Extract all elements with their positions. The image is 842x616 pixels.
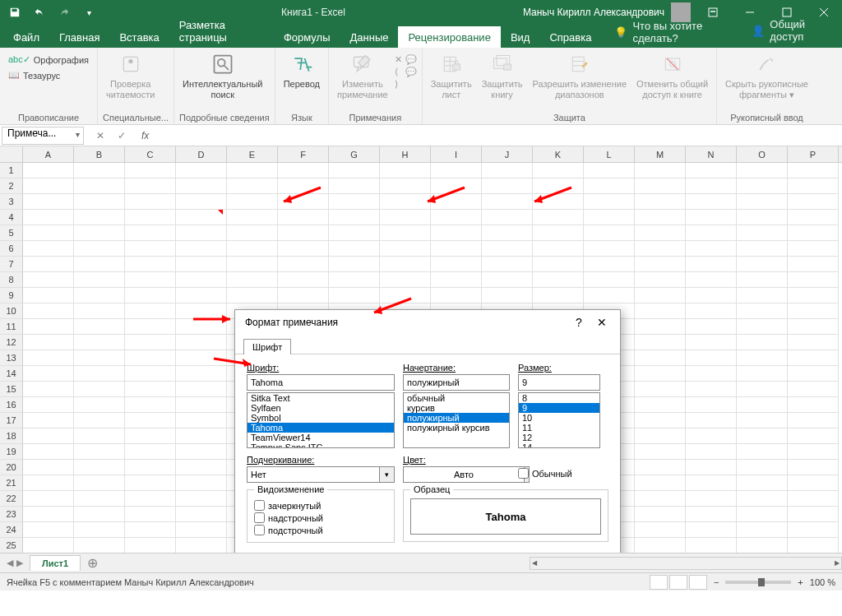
cell[interactable] [584,194,635,210]
list-item[interactable]: 14 [519,442,599,448]
cell[interactable] [737,522,788,538]
cell[interactable] [278,178,329,194]
cell[interactable] [74,444,125,460]
row-header[interactable]: 25 [0,538,23,553]
cell[interactable] [125,366,176,382]
list-item[interactable]: Tahoma [248,423,394,433]
row-header[interactable]: 6 [0,241,23,257]
formula-cancel[interactable]: ✕ [92,127,109,144]
cell[interactable] [635,538,686,553]
cell[interactable] [23,413,74,428]
cell[interactable] [635,288,686,303]
cell[interactable] [533,272,584,288]
cell[interactable] [788,475,839,491]
cell[interactable] [584,241,635,257]
tab-home[interactable]: Главная [49,26,109,48]
cell[interactable] [584,163,635,178]
cell[interactable] [431,257,482,272]
cell[interactable] [380,163,431,178]
cell[interactable] [635,460,686,475]
zoom-value[interactable]: 100 % [810,577,835,587]
row-header[interactable]: 17 [0,413,23,428]
select-all-corner[interactable] [0,146,23,162]
cell[interactable] [737,444,788,460]
list-item[interactable]: 10 [519,413,599,423]
cell[interactable] [329,272,380,288]
cell[interactable] [227,272,278,288]
cell[interactable] [176,413,227,428]
cell[interactable] [482,194,533,210]
cell[interactable] [176,257,227,272]
cell[interactable] [176,178,227,194]
cell[interactable] [635,225,686,241]
cell[interactable] [635,210,686,225]
cell[interactable] [737,475,788,491]
cell[interactable] [125,288,176,303]
cell[interactable] [227,257,278,272]
row-header[interactable]: 23 [0,507,23,522]
row-header[interactable]: 15 [0,382,23,397]
row-header[interactable]: 8 [0,272,23,288]
cell[interactable] [737,460,788,475]
subscript-checkbox[interactable]: подстрочный [254,525,387,535]
cell[interactable] [176,522,227,538]
tab-insert[interactable]: Вставка [109,26,169,48]
cell[interactable] [686,335,737,350]
cell[interactable] [686,288,737,303]
cell[interactable] [431,288,482,303]
cell[interactable] [176,491,227,507]
cell[interactable] [788,163,839,178]
cell[interactable] [482,241,533,257]
cell[interactable] [23,491,74,507]
row-header[interactable]: 10 [0,303,23,319]
cell[interactable] [788,210,839,225]
formula-bar[interactable] [154,127,842,144]
cell[interactable] [482,178,533,194]
cell[interactable] [635,163,686,178]
view-normal[interactable] [650,575,668,590]
cell[interactable] [74,522,125,538]
cell[interactable] [125,210,176,225]
cell[interactable] [635,397,686,413]
col-header[interactable]: K [533,146,584,162]
cell[interactable] [788,491,839,507]
cell[interactable] [23,428,74,444]
cell[interactable] [737,413,788,428]
save-button[interactable] [3,2,26,22]
cell[interactable] [686,444,737,460]
cell[interactable] [125,335,176,350]
cell[interactable] [329,288,380,303]
cell[interactable] [176,225,227,241]
cell[interactable] [125,319,176,335]
cell[interactable] [125,491,176,507]
cell[interactable] [584,210,635,225]
view-pagebreak[interactable] [689,575,707,590]
strike-checkbox[interactable]: зачеркнутый [254,500,387,511]
cell[interactable] [635,382,686,397]
cell[interactable] [788,303,839,319]
cell[interactable] [125,350,176,366]
cell[interactable] [635,241,686,257]
cell[interactable] [380,178,431,194]
list-item[interactable]: Sitka Text [248,393,394,403]
undo-button[interactable] [28,2,51,22]
cell[interactable] [788,460,839,475]
cell[interactable] [74,303,125,319]
cell[interactable] [227,225,278,241]
cell[interactable] [482,163,533,178]
formula-enter[interactable]: ✓ [113,127,130,144]
spelling-button[interactable]: abc✓Орфография [5,53,92,67]
cell[interactable] [74,475,125,491]
style-list[interactable]: обычныйкурсивполужирныйполужирный курсив [403,392,510,448]
row-header[interactable]: 7 [0,257,23,272]
cell[interactable] [125,428,176,444]
cell[interactable] [23,522,74,538]
cell[interactable] [380,194,431,210]
col-header[interactable]: I [431,146,482,162]
cell[interactable] [278,194,329,210]
cell[interactable] [635,194,686,210]
cell[interactable] [329,225,380,241]
cell[interactable] [329,257,380,272]
cell[interactable] [788,522,839,538]
col-header[interactable]: O [737,146,788,162]
